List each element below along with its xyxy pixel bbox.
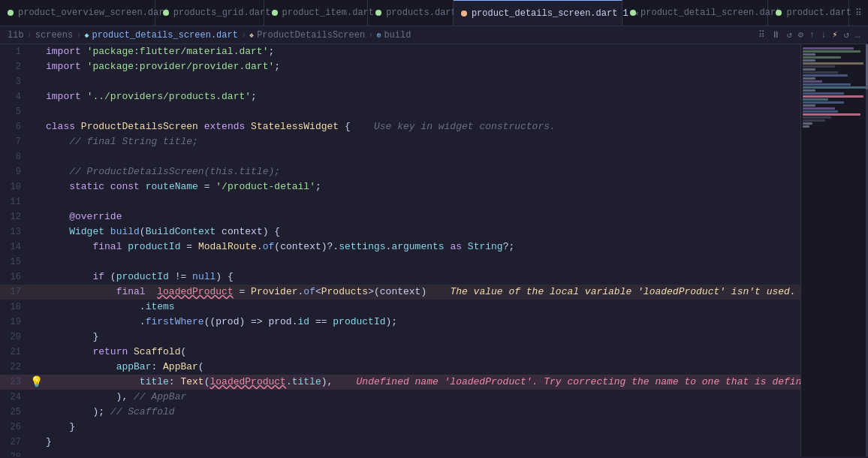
line-hint: [30, 119, 43, 134]
breadcrumb-lib[interactable]: lib: [8, 30, 24, 41]
hint-icon[interactable]: 💡: [30, 375, 43, 390]
line-number: 2: [0, 59, 30, 74]
tab-products[interactable]: products.dart: [368, 0, 454, 26]
tab-label: product.dart: [786, 8, 851, 18]
table-row: 28: [0, 450, 800, 456]
split-view-icon[interactable]: ⠿: [758, 29, 765, 41]
table-row: 13 Widget build(BuildContext context) {: [0, 224, 800, 240]
line-hint: [30, 435, 43, 450]
line-number: 25: [0, 405, 30, 420]
minimap-line: [803, 83, 851, 86]
code-editor[interactable]: 1 import 'package:flutter/material.dart'…: [0, 44, 800, 456]
down-arrow-icon[interactable]: ↓: [821, 30, 826, 41]
line-hint: [30, 179, 43, 194]
table-row: 3: [0, 74, 800, 89]
line-content: import 'package:provider/provider.dart';: [43, 59, 800, 74]
breadcrumb-sep2: ›: [76, 30, 81, 41]
tab-bar: product_overview_screen.dart products_gr…: [0, 0, 868, 26]
breadcrumb-file[interactable]: product_details_screen.dart: [92, 30, 237, 41]
dart-file-icon: ◆: [84, 31, 89, 40]
line-content: return Scaffold(: [43, 345, 800, 360]
tab-products-grid[interactable]: products_grid.dart: [155, 0, 264, 26]
breadcrumb-screens[interactable]: screens: [35, 30, 73, 41]
line-number: 12: [0, 209, 30, 224]
line-hint: [30, 360, 43, 375]
line-content: appBar: AppBar(: [43, 360, 800, 375]
pause-icon[interactable]: ⏸: [771, 29, 780, 41]
table-row: 17 final loadedProduct = Provider.of<Pro…: [0, 285, 800, 300]
minimap-line: [803, 59, 815, 62]
tab-dot: [163, 10, 169, 16]
line-hint: [30, 89, 43, 104]
table-row: 16 if (productId != null) {: [0, 270, 800, 285]
tab-product-item[interactable]: product_item.dart: [264, 0, 369, 26]
minimap-line-error: [803, 95, 863, 98]
reset-icon[interactable]: ↺: [844, 29, 849, 41]
editor-toolbar: ⠿ ⏸ ↺ ⚙ ↑ ↓ ⚡ ↺ …: [758, 29, 860, 41]
line-hint: [30, 224, 43, 240]
breadcrumb-class[interactable]: ProductDetailsScreen: [257, 30, 365, 41]
refresh-icon[interactable]: ↺: [786, 29, 791, 41]
tab-label: product_item.dart: [282, 8, 374, 18]
breadcrumb-method[interactable]: build: [384, 30, 411, 41]
line-content: import 'package:flutter/material.dart';: [43, 44, 800, 59]
line-content: [43, 255, 800, 270]
line-hint: [30, 270, 43, 285]
tab-label: product_overview_screen.dart: [18, 8, 170, 18]
line-number: 17: [0, 285, 30, 300]
line-content: @override: [43, 209, 800, 224]
minimap-line: [803, 77, 815, 80]
table-row: 18 .items: [0, 300, 800, 315]
class-icon: ❖: [249, 31, 254, 40]
table-row: 15: [0, 255, 800, 270]
minimap-line: [803, 65, 835, 68]
tab-dot-active: [461, 11, 467, 17]
line-hint: [30, 74, 43, 89]
tab-product-details-screen[interactable]: product_details_screen.dart 1 ✕: [454, 0, 622, 26]
line-content: // ProductDetailsScreen(this.title);: [43, 164, 800, 179]
line-number: 5: [0, 104, 30, 119]
lightning-icon[interactable]: ⚡: [832, 29, 837, 41]
line-hint: [30, 134, 43, 149]
minimap-line: [803, 92, 844, 95]
line-hint: [30, 44, 43, 59]
line-number: 10: [0, 179, 30, 194]
line-number: 26: [0, 420, 30, 435]
table-row: 2 import 'package:provider/provider.dart…: [0, 59, 800, 74]
table-row: 23 💡 title: Text(loadedProduct.title), U…: [0, 375, 800, 390]
tab-dot: [630, 10, 636, 16]
table-row: 11: [0, 194, 800, 209]
line-content: final productId = ModalRoute.of(context)…: [43, 240, 800, 255]
line-content: class ProductDetailsScreen extends State…: [43, 119, 800, 134]
settings-icon[interactable]: ⚙: [798, 29, 803, 41]
minimap-line: [803, 110, 838, 113]
table-row: 20 }: [0, 330, 800, 345]
line-content: [43, 194, 800, 209]
minimap[interactable]: [800, 44, 868, 456]
minimap-line: [803, 71, 838, 74]
line-number: 20: [0, 330, 30, 345]
tab-label: products.dart: [386, 8, 457, 18]
table-row: 10 static const routeName = '/product-de…: [0, 179, 800, 194]
line-hint: [30, 450, 43, 456]
tab-product-detail-screen[interactable]: product_detail_screen.dart: [622, 0, 768, 26]
split-editor-icon[interactable]: ⠿: [855, 8, 862, 19]
line-content: import '../providers/products.dart';: [43, 89, 800, 104]
tab-dot: [375, 10, 381, 16]
line-number: 13: [0, 224, 30, 240]
up-arrow-icon[interactable]: ↑: [809, 30, 815, 41]
tab-product[interactable]: product.dart: [768, 0, 849, 26]
line-number: 11: [0, 194, 30, 209]
tab-label: products_grid.dart: [173, 8, 271, 18]
breadcrumb-sep3: ›: [241, 30, 246, 41]
tab-product-overview[interactable]: product_overview_screen.dart: [0, 0, 155, 26]
tab-label: product_detail_screen.dart: [640, 8, 781, 18]
minimap-line: [803, 50, 860, 53]
tab-dot: [272, 10, 278, 16]
minimap-line: [803, 86, 866, 89]
more-icon[interactable]: …: [855, 30, 860, 41]
table-row: 14 final productId = ModalRoute.of(conte…: [0, 240, 800, 255]
line-number: 19: [0, 315, 30, 330]
line-number: 15: [0, 255, 30, 270]
table-row: 21 return Scaffold(: [0, 345, 800, 360]
